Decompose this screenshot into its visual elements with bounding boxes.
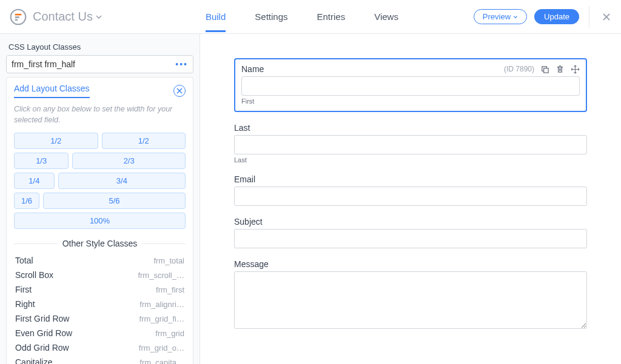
field-last[interactable]: Last Last [234,123,587,164]
field-label: Email [234,174,587,184]
field-sublabel: Last [234,156,587,164]
class-item-first-grid-row[interactable]: First Grid Row frm_grid_fi… [15,313,184,325]
field-label: Message [234,259,587,269]
class-label: First [15,285,32,294]
preview-button[interactable]: Preview [474,9,527,24]
layout-1-2[interactable]: 1/2 [102,133,186,149]
topbar-actions: Preview Update [474,6,614,28]
name-input[interactable] [241,76,580,96]
app-logo-icon [10,8,27,25]
css-layout-label: CSS Layout Classes [8,42,191,51]
layout-2-3[interactable]: 2/3 [72,153,186,169]
other-classes-list: Total frm_total Scroll Box frm_scroll_… … [14,254,186,364]
form-canvas: Name (ID 7890) First Last [200,34,621,364]
field-meta: (ID 7890) [504,65,580,74]
tab-views[interactable]: Views [374,2,398,32]
layout-1-3[interactable]: 1/3 [14,153,69,169]
field-label: Name [241,64,264,74]
field-sublabel: First [241,98,580,105]
card-close-icon[interactable] [173,85,186,97]
class-label: Odd Grid Row [15,343,69,352]
trash-icon[interactable] [556,65,565,74]
help-text: Click on any box below to set the width … [14,104,186,125]
layout-classes-card: Add Layout Classes Click on any box belo… [6,77,193,364]
class-item-odd-grid-row[interactable]: Odd Grid Row frm_grid_o… [15,342,184,354]
duplicate-icon[interactable] [540,65,549,74]
tab-settings[interactable]: Settings [255,2,287,32]
layout-1-4[interactable]: 1/4 [14,173,55,189]
class-item-scrollbox[interactable]: Scroll Box frm_scroll_… [15,269,184,281]
class-code: frm_capita… [139,358,184,365]
svg-rect-2 [15,16,19,18]
class-code: frm_grid [155,329,184,338]
layout-100[interactable]: 100% [14,213,186,229]
other-classes-label: Other Style Classes [62,239,138,248]
class-label: Right [15,299,35,309]
class-label: First Grid Row [15,314,69,323]
caret-down-icon [513,15,518,19]
field-label: Subject [234,217,587,227]
close-icon[interactable] [599,10,614,24]
layout-5-6[interactable]: 5/6 [43,193,186,209]
field-id: (ID 7890) [504,65,534,73]
class-code: frm_first [156,285,184,294]
main-tabs: Build Settings Entries Views [206,2,398,32]
class-item-capitalize[interactable]: Capitalize frm_capita… [15,356,184,364]
more-icon[interactable]: ••• [175,59,188,69]
card-title: Add Layout Classes [14,84,90,98]
tab-build[interactable]: Build [206,2,226,32]
class-item-total[interactable]: Total frm_total [15,254,184,266]
divider [589,6,589,28]
field-label: Last [234,123,587,133]
update-button[interactable]: Update [534,9,579,24]
field-message[interactable]: Message [234,259,587,331]
class-code: frm_grid_fi… [139,314,184,323]
layout-1-6[interactable]: 1/6 [14,193,39,209]
class-code: frm_total [153,256,184,265]
subject-input[interactable] [234,229,587,248]
class-code: frm_grid_o… [139,343,184,352]
sidebar: CSS Layout Classes ••• Add Layout Classe… [0,34,200,364]
class-label: Capitalize [15,357,52,364]
field-subject[interactable]: Subject [234,217,587,248]
page-title-text: Contact Us [33,10,93,24]
class-item-right[interactable]: Right frm_alignri… [15,298,184,310]
field-name[interactable]: Name (ID 7890) First [234,58,587,112]
css-classes-input[interactable] [12,59,175,69]
class-item-even-grid-row[interactable]: Even Grid Row frm_grid [15,327,184,339]
top-bar: Contact Us Build Settings Entries Views … [0,0,621,34]
layout-3-4[interactable]: 3/4 [58,173,186,189]
svg-rect-5 [544,68,549,73]
svg-rect-3 [15,19,18,21]
css-input-wrap: ••• [6,55,193,73]
class-code: frm_alignri… [139,300,184,309]
tab-entries[interactable]: Entries [317,2,346,32]
layout-grid: 1/2 1/2 1/3 2/3 1/4 3/4 1/6 5/6 100% [14,133,186,229]
preview-label: Preview [483,12,511,21]
class-label: Even Grid Row [15,328,72,338]
svg-rect-1 [15,13,22,15]
class-label: Total [15,256,33,265]
class-label: Scroll Box [15,270,53,280]
class-code: frm_scroll_… [138,271,184,280]
caret-down-icon [95,13,102,21]
layout-1-2[interactable]: 1/2 [14,133,98,149]
move-icon[interactable] [571,65,580,74]
class-item-first[interactable]: First frm_first [15,283,184,296]
page-title[interactable]: Contact Us [33,10,102,24]
other-classes-divider: Other Style Classes [14,239,186,248]
field-email[interactable]: Email [234,174,587,206]
message-textarea[interactable] [234,271,587,329]
email-input[interactable] [234,187,587,206]
last-input[interactable] [234,135,587,154]
